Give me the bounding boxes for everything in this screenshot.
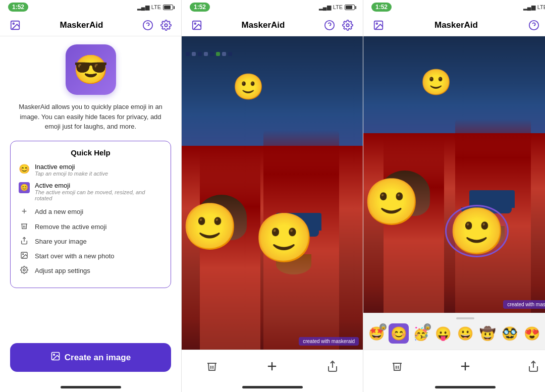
battery-icon-1 xyxy=(163,5,173,10)
remove-icon xyxy=(19,222,30,232)
lock-badge-2: 🔒 xyxy=(424,323,431,330)
remove-label: Remove the active emoji xyxy=(35,223,106,231)
emoji-large-left-3[interactable]: 🙂 xyxy=(363,179,420,225)
emoji-picker-item-1[interactable]: 😛 xyxy=(433,323,453,344)
signal-icon-1: ▂▄▆ xyxy=(137,4,149,11)
emoji-picker-item-2[interactable]: 😀 xyxy=(455,323,475,344)
settings-label: Adjust app settings xyxy=(35,267,90,274)
add-btn-3[interactable] xyxy=(455,356,475,376)
status-time-2: 1:52 xyxy=(190,3,210,12)
lock-badge-1: 🔒 xyxy=(379,323,387,330)
inactive-emoji-text: Inactive emoji Tap an emoji to make it a… xyxy=(35,163,108,177)
svg-point-12 xyxy=(194,23,196,24)
share-label: Share your image xyxy=(35,238,87,245)
app-icon: 😎 xyxy=(66,44,116,95)
photo-sim-2: 🙂 🙂 🙂 created with maskeraid xyxy=(182,36,363,350)
nav-title-2: MaskerAid xyxy=(242,20,285,30)
home-bar-1 xyxy=(61,386,121,388)
help-item-settings: Adjust app settings xyxy=(19,266,162,275)
status-time-1: 1:52 xyxy=(8,3,28,12)
help-item-share: Share your image xyxy=(19,237,162,246)
photo-area-2[interactable]: 🙂 🙂 🙂 created with maskeraid xyxy=(182,36,363,350)
emoji-picker-item-5[interactable]: 😍 xyxy=(522,323,542,344)
help-item-new-photo: Start over with a new photo xyxy=(19,251,162,261)
photo-sim-3: 🙂 🙂 🙂 created with maskeraid xyxy=(363,36,545,313)
add-icon: + xyxy=(19,206,30,217)
nav-right-1 xyxy=(141,18,173,32)
svg-point-20 xyxy=(376,23,377,24)
phone-panel-3: 1:52 ▂▄▆ LTE MaskerAid xyxy=(363,0,545,392)
active-emoji-label: Active emoji xyxy=(35,182,162,189)
photo-nav-icon-1[interactable] xyxy=(8,18,22,32)
crowd-bg-3 xyxy=(363,36,545,133)
settings-icon-2[interactable] xyxy=(341,18,355,32)
toolbar-3 xyxy=(363,350,545,382)
photo-nav-icon-3[interactable] xyxy=(371,18,386,32)
nav-bar-2: MaskerAid xyxy=(182,14,363,36)
home-bar-2 xyxy=(242,386,303,388)
emoji-picker-active[interactable]: 😊 xyxy=(389,323,409,344)
quick-help-box: Quick Help 😊 Inactive emoji Tap an emoji… xyxy=(10,141,171,288)
app-content-1: 😎 MaskerAid allows you to quickly place … xyxy=(0,36,181,338)
svg-point-4 xyxy=(165,24,168,27)
nav-bar-3: MaskerAid xyxy=(363,14,545,36)
lte-label-1: LTE xyxy=(151,4,161,10)
help-icon-3[interactable] xyxy=(527,18,541,32)
emoji-active-3[interactable]: 🙂 xyxy=(445,205,509,257)
help-item-active: 😊 Active emoji The active emoji can be m… xyxy=(19,182,162,201)
battery-icon-2 xyxy=(345,5,355,10)
share-icon xyxy=(19,237,30,246)
home-indicator-1 xyxy=(0,382,181,392)
home-indicator-2 xyxy=(182,382,363,392)
emoji-picker-locked-1[interactable]: 🤩 🔒 xyxy=(366,323,387,344)
emoji-small-3[interactable]: 🙂 xyxy=(420,70,452,95)
share-btn-3[interactable] xyxy=(523,356,543,376)
emoji-picker-item-4[interactable]: 🥸 xyxy=(500,323,520,344)
delete-btn-3[interactable] xyxy=(387,356,407,376)
new-photo-icon xyxy=(19,251,30,261)
emoji-large-left-2[interactable]: 🙂 xyxy=(182,204,238,249)
add-btn-2[interactable] xyxy=(262,356,282,376)
help-item-inactive: 😊 Inactive emoji Tap an emoji to make it… xyxy=(19,163,162,177)
new-photo-label: Start over with a new photo xyxy=(35,252,115,260)
share-btn-2[interactable] xyxy=(322,356,343,376)
signal-icon-3: ▂▄▆ xyxy=(523,4,535,11)
emoji-small-2[interactable]: 🙂 xyxy=(233,74,264,99)
settings-icon-1[interactable] xyxy=(159,18,173,32)
home-indicator-3 xyxy=(363,382,545,392)
phone-panel-2: 1:52 ▂▄▆ LTE MaskerAid xyxy=(182,0,363,392)
nav-bar-1: MaskerAid xyxy=(0,14,181,36)
help-icon-2[interactable] xyxy=(322,18,337,32)
bottom-bar-1: Create an image xyxy=(0,338,181,382)
create-button[interactable]: Create an image xyxy=(10,343,171,372)
photo-area-3[interactable]: 🙂 🙂 🙂 created with maskeraid xyxy=(363,36,545,313)
quick-help-title: Quick Help xyxy=(19,148,162,157)
inactive-emoji-sublabel: Tap an emoji to make it active xyxy=(35,171,108,177)
app-icon-emoji: 😎 xyxy=(73,53,108,86)
lte-label-2: LTE xyxy=(333,4,343,10)
status-icons-3: ▂▄▆ LTE xyxy=(523,4,545,11)
app-description: MaskerAid allows you to quickly place em… xyxy=(10,102,171,132)
emoji-picker-handle xyxy=(456,317,474,319)
nav-right-2 xyxy=(322,18,355,32)
nav-title-3: MaskerAid xyxy=(434,20,478,30)
toolbar-2 xyxy=(182,350,363,382)
help-icon-1[interactable] xyxy=(141,18,155,32)
active-emoji-icon: 😊 xyxy=(19,182,30,193)
emoji-picker: 🤩 🔒 😊 🥳 🔒 😛 😀 🤠 🥸 xyxy=(363,313,545,350)
delete-btn-2[interactable] xyxy=(202,356,222,376)
active-emoji-sublabel: The active emoji can be moved, resized, … xyxy=(35,189,162,201)
create-btn-label: Create an image xyxy=(65,353,131,363)
svg-point-10 xyxy=(53,354,55,356)
lte-label-3: LTE xyxy=(537,4,545,10)
photo-nav-icon-2[interactable] xyxy=(190,18,204,32)
emoji-picker-locked-2[interactable]: 🥳 🔒 xyxy=(411,323,431,344)
settings-help-icon xyxy=(19,266,30,275)
emoji-picker-item-3[interactable]: 🤠 xyxy=(477,323,498,344)
inactive-emoji-label: Inactive emoji xyxy=(35,163,108,171)
watermark-2: created with maskeraid xyxy=(299,337,359,346)
signal-icon-2: ▂▄▆ xyxy=(319,4,331,11)
emoji-large-right-2[interactable]: 🙂 xyxy=(254,214,314,262)
create-btn-icon xyxy=(50,351,61,364)
nav-right-3 xyxy=(527,18,545,32)
